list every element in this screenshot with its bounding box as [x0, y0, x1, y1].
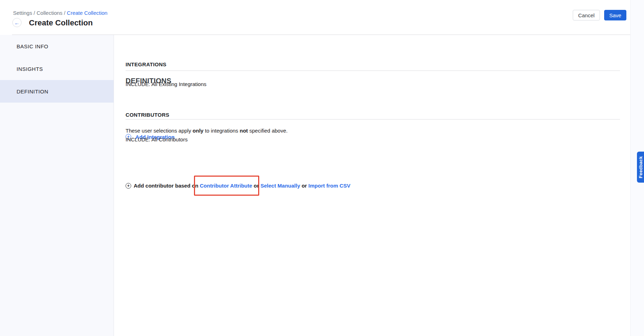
save-button[interactable]: Save — [604, 10, 626, 20]
main-panel: DEFINITIONS INTEGRATIONS INCLUDE: All Ex… — [114, 35, 630, 336]
breadcrumb-separator: / — [32, 10, 37, 16]
sidebar-item-label: DEFINITION — [17, 88, 48, 94]
contributors-include-text: INCLUDE: All Contributors — [126, 137, 188, 142]
integrations-include-text: INCLUDE: All Existing Integrations — [126, 81, 206, 87]
contributors-section-label: CONTRIBUTORS — [126, 112, 169, 117]
sidebar-item-insights[interactable]: INSIGHTS — [0, 57, 114, 80]
feedback-tab[interactable]: Feedback — [637, 152, 644, 183]
breadcrumb-link-settings[interactable]: Settings — [13, 10, 32, 16]
page-title: Create Collection — [29, 18, 93, 28]
contributors-note: These user selections apply only to inte… — [126, 128, 287, 134]
section-divider — [126, 119, 620, 120]
back-button[interactable]: ← — [12, 18, 22, 27]
contributor-attribute-link[interactable]: Contributor Attribute — [200, 183, 253, 189]
import-from-csv-link[interactable]: Import from CSV — [308, 183, 350, 189]
breadcrumb: Settings / Collections / Create Collecti… — [13, 10, 108, 16]
add-contributor-prefix: Add contributor based on — [134, 183, 200, 189]
plus-circle-icon: + — [126, 183, 131, 189]
breadcrumb-current: Create Collection — [67, 10, 108, 16]
feedback-label: Feedback — [638, 156, 643, 178]
breadcrumb-separator: / — [62, 10, 67, 16]
cancel-button[interactable]: Cancel — [573, 10, 600, 20]
breadcrumb-link-collections[interactable]: Collections — [37, 10, 62, 16]
sidebar-item-basic-info[interactable]: BASIC INFO — [0, 35, 114, 57]
header: Settings / Collections / Create Collecti… — [0, 0, 630, 35]
or-separator: or — [252, 183, 260, 189]
section-divider — [126, 71, 620, 71]
or-separator: or — [300, 183, 308, 189]
sidebar: BASIC INFO INSIGHTS DEFINITION — [0, 35, 114, 336]
sidebar-item-label: BASIC INFO — [17, 43, 48, 49]
note-text: These user selections apply — [126, 128, 193, 134]
note-text-bold: only — [193, 128, 203, 134]
add-contributor-row: + Add contributor based on Contributor A… — [126, 183, 351, 189]
note-text: specified above. — [248, 128, 288, 134]
select-manually-link[interactable]: Select Manually — [260, 183, 300, 189]
note-text-bold: not — [240, 128, 248, 134]
sidebar-item-label: INSIGHTS — [17, 66, 43, 72]
note-text: to integrations — [203, 128, 240, 134]
integrations-section-label: INTEGRATIONS — [126, 62, 166, 67]
sidebar-item-definition[interactable]: DEFINITION — [0, 80, 114, 103]
back-arrow-icon: ← — [14, 20, 20, 25]
